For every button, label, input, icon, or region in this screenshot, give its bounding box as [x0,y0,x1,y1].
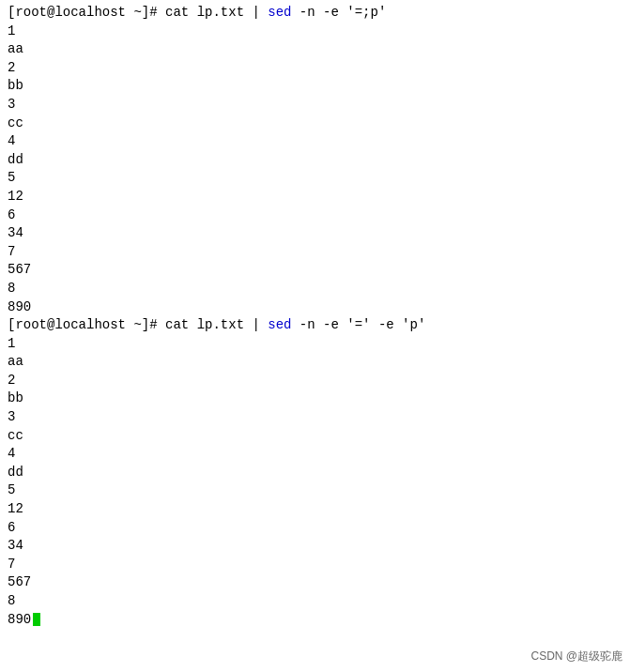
output-line-2-11: 6 [8,519,622,538]
output-line-1-14: 567 [8,261,622,280]
cmd-prefix-1: [root@localhost ~]# cat lp.txt | [8,5,268,20]
output-line-2-10: 12 [8,500,622,519]
output-line-1-4: bb [8,77,622,96]
output-line-1-7: 4 [8,132,622,151]
output-text-890: 890 [8,611,31,630]
output-line-1-8: dd [8,151,622,170]
cmd-suffix-2: -n -e '=' -e 'p' [291,317,425,332]
output-line-2-14: 567 [8,573,622,592]
output-line-1-13: 7 [8,243,622,262]
output-line-1-11: 6 [8,206,622,225]
output-line-2-3: 2 [8,372,622,390]
watermark: CSDN @超级驼鹿 [530,649,622,664]
output-line-1-12: 34 [8,224,622,243]
terminal-cursor [33,613,40,626]
output-line-2-15: 8 [8,592,622,611]
cmd-suffix-1: -n -e '=;p' [291,5,386,20]
output-line-1-9: 5 [8,169,622,188]
output-line-2-2: aa [8,353,622,372]
output-line-2-5: 3 [8,408,622,427]
sed-keyword-1: sed [268,5,291,20]
output-line-2-4: bb [8,389,622,408]
command-line-1: [root@localhost ~]# cat lp.txt | sed -n … [8,4,622,23]
output-line-1-2: aa [8,40,622,59]
command-line-2: [root@localhost ~]# cat lp.txt | sed -n … [8,316,622,335]
output-line-2-6: cc [8,427,622,446]
output-line-1-10: 12 [8,188,622,206]
output-line-1-6: cc [8,115,622,133]
output-line-1-15: 8 [8,280,622,298]
cmd-prefix-2: [root@localhost ~]# cat lp.txt | [8,317,268,332]
output-line-1-5: 3 [8,96,622,115]
output-line-1-1: 1 [8,23,622,41]
output-line-2-8: dd [8,464,622,482]
terminal-window: [root@localhost ~]# cat lp.txt | sed -n … [0,0,630,633]
output-line-2-9: 5 [8,481,622,500]
last-output-line: 890 [8,611,622,630]
output-line-2-7: 4 [8,445,622,464]
output-line-2-13: 7 [8,556,622,574]
output-line-2-12: 34 [8,537,622,556]
output-line-1-16: 890 [8,298,622,317]
output-line-1-3: 2 [8,59,622,78]
output-line-2-1: 1 [8,335,622,354]
sed-keyword-2: sed [268,317,291,332]
